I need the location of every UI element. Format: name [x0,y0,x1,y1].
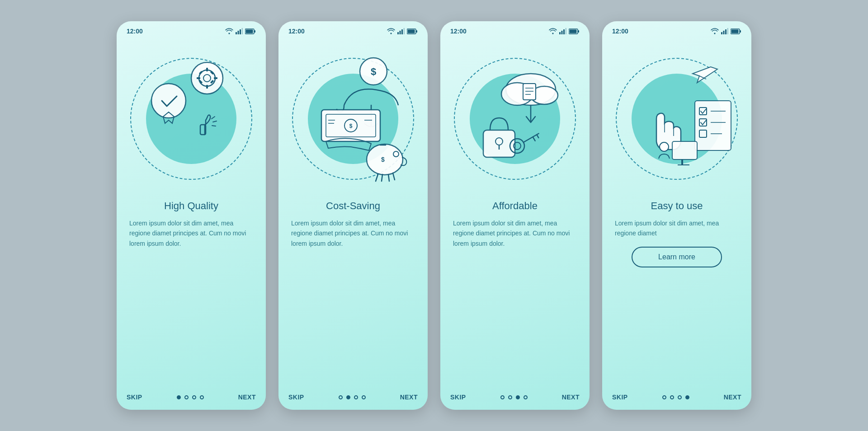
wifi-icon [225,28,233,34]
svg-rect-25 [401,29,403,34]
svg-rect-90 [681,159,683,165]
next-button-3[interactable]: NEXT [562,394,580,401]
svg-point-40 [367,144,403,175]
wifi-icon-4 [711,28,719,34]
wifi-icon-3 [549,28,557,34]
next-button-1[interactable]: NEXT [238,394,256,401]
next-button-4[interactable]: NEXT [724,394,741,401]
dots-1 [177,395,204,399]
dots-4 [662,395,689,399]
status-icons-1 [225,28,256,34]
dot-2-2 [354,395,358,399]
svg-rect-73 [725,29,726,34]
dot-1-1 [184,395,189,399]
svg-text:$: $ [349,123,353,129]
status-bar-1: 12:00 [117,21,266,37]
dot-3-2 [516,395,520,399]
dot-1-0 [177,395,181,399]
dots-3 [500,395,528,399]
svg-line-44 [382,174,382,181]
svg-rect-1 [238,31,239,34]
nav-bar-4: SKIP NEXT [602,387,751,410]
learn-more-button[interactable]: Learn more [632,247,722,267]
easy-to-use-svg [609,47,745,191]
content-cost-saving: Cost-Saving Lorem ipsum dolor sit dim am… [278,196,428,387]
cost-saving-svg: $ $ $ [285,47,421,191]
dot-2-3 [362,395,366,399]
svg-rect-74 [727,28,729,34]
svg-rect-12 [197,77,200,79]
signal-icon [236,28,243,34]
status-bar-3: 12:00 [440,21,590,37]
content-affordable: Affordable Lorem ipsum dolor sit dim ame… [440,196,590,387]
dots-2 [339,395,366,399]
nav-bar-3: SKIP NEXT [440,387,590,410]
skip-button-2[interactable]: SKIP [288,394,304,401]
svg-rect-24 [400,31,401,34]
svg-rect-23 [397,32,399,34]
svg-rect-49 [561,31,563,34]
dot-3-1 [508,395,512,399]
skip-button-4[interactable]: SKIP [612,394,628,401]
svg-line-21 [213,121,217,122]
battery-icon-4 [731,28,741,34]
status-icons-2 [387,28,418,34]
svg-rect-11 [206,85,208,89]
svg-rect-71 [721,32,722,34]
dot-4-1 [670,395,674,399]
dot-4-3 [685,395,689,399]
status-time-2: 12:00 [288,28,305,35]
dot-4-2 [678,395,682,399]
battery-icon-2 [407,28,418,34]
svg-line-70 [537,135,538,138]
skip-button-3[interactable]: SKIP [450,394,466,401]
svg-rect-13 [214,77,217,79]
svg-rect-6 [246,29,253,33]
svg-rect-26 [404,28,405,34]
wifi-icon-2 [387,28,395,34]
status-time-3: 12:00 [450,28,467,35]
dot-1-2 [192,395,196,399]
dot-1-3 [200,395,204,399]
dot-3-3 [524,395,528,399]
status-time-4: 12:00 [612,28,628,35]
svg-text:$: $ [381,156,385,163]
svg-rect-50 [563,29,565,34]
svg-rect-58 [523,84,536,100]
svg-rect-10 [206,68,208,71]
title-easy-to-use: Easy to use [615,200,739,212]
svg-rect-76 [740,30,741,33]
svg-line-46 [393,173,395,180]
next-button-2[interactable]: NEXT [400,394,418,401]
dot-4-0 [662,395,666,399]
svg-line-20 [212,117,215,119]
signal-icon-3 [559,28,566,34]
svg-rect-72 [723,31,725,34]
svg-rect-51 [566,28,567,34]
screen-affordable: 12:00 [440,21,590,410]
svg-line-69 [533,137,535,141]
svg-rect-48 [559,32,561,34]
svg-line-22 [212,126,216,126]
nav-bar-1: SKIP NEXT [117,387,266,410]
battery-icon-3 [569,28,580,34]
skip-button-1[interactable]: SKIP [127,394,142,401]
dot-2-1 [346,395,350,399]
high-quality-svg [123,47,259,191]
status-icons-3 [549,28,580,34]
svg-text:$: $ [371,66,376,77]
status-icons-4 [711,28,741,34]
svg-point-18 [151,84,186,118]
svg-point-7 [191,62,223,94]
illustration-easy-to-use [602,42,751,196]
screen-high-quality: 12:00 [117,21,266,410]
dot-3-0 [500,395,505,399]
svg-marker-78 [693,67,717,83]
svg-rect-0 [236,32,237,34]
dot-2-0 [339,395,343,399]
illustration-high-quality [117,42,266,196]
svg-rect-89 [672,141,697,159]
svg-rect-53 [578,30,579,33]
content-easy-to-use: Easy to use Lorem ipsum dolor sit dim am… [602,196,751,387]
svg-rect-28 [416,30,417,33]
